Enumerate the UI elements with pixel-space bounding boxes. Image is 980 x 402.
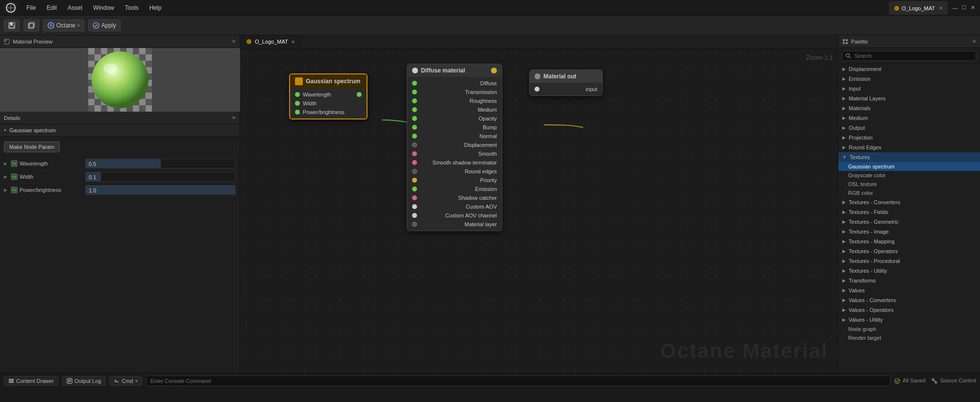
pin-custom-aov[interactable]	[412, 204, 417, 209]
palette-item-grayscale[interactable]: Grayscale color	[838, 171, 980, 180]
pin-opacity[interactable]	[412, 116, 417, 121]
pin-material-layer[interactable]	[412, 222, 417, 227]
palette-item-osl[interactable]: OSL texture	[838, 180, 980, 189]
node-gaussian[interactable]: Gaussian spectrum Wavelength Width	[289, 73, 368, 119]
param-slider-wavelength[interactable]: 0.5	[85, 159, 236, 168]
palette-cat-displacement-label: Displacement	[849, 66, 882, 72]
palette-cat-textures[interactable]: ▼ Textures	[838, 152, 980, 162]
pin-wavelength-out[interactable]	[357, 92, 362, 97]
menu-file[interactable]: File	[22, 2, 41, 13]
palette-cat-input[interactable]: ▶ Input	[838, 84, 980, 94]
menu-edit[interactable]: Edit	[42, 2, 62, 13]
pin-emission[interactable]	[412, 187, 417, 191]
svg-point-64	[103, 64, 117, 73]
pin-transmission[interactable]	[412, 90, 417, 95]
palette-cat-projection[interactable]: ▶ Projection	[838, 133, 980, 142]
palette-cat-output-label: Output	[849, 125, 865, 131]
menu-asset[interactable]: Asset	[63, 2, 87, 13]
svg-rect-53	[88, 99, 95, 105]
node-matout[interactable]: Material out input	[529, 70, 603, 96]
palette-list: ▶ Displacement ▶ Emission ▶ Input ▶ Mate…	[838, 64, 980, 373]
palette-cat-textures-operators[interactable]: ▶ Textures - Operators	[838, 246, 980, 256]
param-expand-power[interactable]: ▶	[4, 188, 9, 192]
close-button[interactable]: ✕	[969, 4, 976, 11]
svg-point-68	[246, 39, 251, 44]
palette-cat-textures-image[interactable]: ▶ Textures - Image	[838, 227, 980, 236]
menu-tools[interactable]: Tools	[120, 2, 144, 13]
cmd-button[interactable]: Cmd ▾	[109, 376, 142, 386]
palette-search-input[interactable]	[842, 51, 976, 61]
pin-normal[interactable]	[412, 134, 417, 139]
octane-button[interactable]: Octane ▾	[43, 20, 84, 31]
menu-window[interactable]: Window	[88, 2, 119, 13]
palette-cat-materials[interactable]: ▶ Materials	[838, 103, 980, 113]
palette-item-nodegraph[interactable]: Node graph	[838, 325, 980, 333]
console-input[interactable]	[146, 376, 890, 386]
pin-bump[interactable]	[412, 125, 417, 130]
palette-cat-values[interactable]: ▶ Values	[838, 285, 980, 295]
maximize-button[interactable]: ☐	[960, 4, 967, 11]
pin-power-label: Power/brightness	[303, 109, 344, 115]
chevron-values-converters: ▶	[842, 298, 846, 303]
preview-header-icon	[4, 39, 10, 45]
palette-cat-textures-mapping[interactable]: ▶ Textures - Mapping	[838, 236, 980, 246]
palette-cat-output[interactable]: ▶ Output	[838, 123, 980, 133]
palette-cat-textures-geometric[interactable]: ▶ Textures - Geometric	[838, 217, 980, 227]
pin-custom-aov-channel[interactable]	[412, 213, 417, 218]
main-layout: Material Preview ✕	[0, 35, 980, 373]
node-diffuse[interactable]: Diffuse material Diffuse Transmission Ro…	[407, 64, 502, 231]
material-tab-icon	[894, 5, 900, 11]
node-graph[interactable]: O_Logo_MAT ✕ Zoom 1:1 Octane Material Ga…	[240, 35, 838, 373]
material-tab-close[interactable]: ✕	[939, 5, 943, 11]
save2-button[interactable]	[24, 20, 39, 31]
param-slider-width[interactable]: 0.1	[85, 172, 236, 182]
make-node-param-button[interactable]: Make Node Param	[4, 142, 60, 152]
pin-medium[interactable]	[412, 107, 417, 112]
pin-matout-input[interactable]	[535, 87, 539, 92]
pin-round-edges[interactable]	[412, 169, 417, 174]
palette-cat-textures-utility[interactable]: ▶ Textures - Utility	[838, 266, 980, 276]
palette-cat-transforms[interactable]: ▶ Transforms	[838, 276, 980, 285]
details-close[interactable]: ✕	[232, 115, 236, 120]
diffuse-out-pin[interactable]	[491, 68, 497, 73]
param-expand-wavelength[interactable]: ▶	[4, 161, 9, 166]
palette-item-rgb[interactable]: RGB color	[838, 189, 980, 197]
pin-priority[interactable]	[412, 178, 417, 183]
palette-cat-displacement[interactable]: ▶ Displacement	[838, 64, 980, 74]
palette-cat-values-operators[interactable]: ▶ Values - Operators	[838, 305, 980, 315]
pin-power-in[interactable]	[295, 110, 300, 115]
pin-smooth-shadow[interactable]	[412, 160, 417, 165]
palette-cat-roundedges[interactable]: ▶ Round Edges	[838, 142, 980, 152]
pin-shadow-catcher[interactable]	[412, 195, 417, 200]
palette-cat-values-converters[interactable]: ▶ Values - Converters	[838, 295, 980, 305]
menu-help[interactable]: Help	[145, 2, 167, 13]
output-log-button[interactable]: Output Log	[62, 376, 105, 386]
palette-close[interactable]: ✕	[972, 39, 976, 44]
palette-item-rendertarget[interactable]: Render target	[838, 333, 980, 342]
palette-cat-textures-fields[interactable]: ▶ Textures - Fields	[838, 207, 980, 217]
pin-width-in[interactable]	[295, 101, 300, 106]
palette-cat-emission[interactable]: ▶ Emission	[838, 74, 980, 84]
apply-button[interactable]: Apply	[88, 20, 121, 31]
pin-diffuse[interactable]	[412, 81, 417, 86]
pin-round-edges-label: Round edges	[465, 168, 497, 174]
pin-roughness[interactable]	[412, 98, 417, 103]
minimize-button[interactable]: —	[952, 4, 958, 11]
palette-item-gaussian[interactable]: Gaussian spectrum	[838, 162, 980, 171]
palette-cat-medium[interactable]: ▶ Medium	[838, 113, 980, 123]
node-graph-tab[interactable]: O_Logo_MAT ✕	[240, 35, 301, 48]
palette-cat-values-utility[interactable]: ▶ Values - Utility	[838, 315, 980, 325]
save-button[interactable]	[4, 20, 20, 31]
preview-close[interactable]: ✕	[232, 39, 236, 44]
palette-cat-materiallayers[interactable]: ▶ Material Layers	[838, 94, 980, 103]
palette-cat-textures-procedural[interactable]: ▶ Textures - Procedural	[838, 256, 980, 266]
content-drawer-button[interactable]: Content Drawer	[4, 376, 58, 386]
palette-cat-textures-converters[interactable]: ▶ Textures - Converters	[838, 197, 980, 207]
pin-displacement[interactable]	[412, 142, 417, 147]
svg-point-8	[49, 24, 52, 27]
pin-smooth[interactable]	[412, 151, 417, 156]
param-expand-width[interactable]: ▶	[4, 174, 9, 179]
param-slider-power[interactable]: 1.0	[85, 185, 236, 195]
pin-wavelength-in[interactable]	[295, 92, 300, 97]
node-tab-close[interactable]: ✕	[291, 39, 295, 45]
